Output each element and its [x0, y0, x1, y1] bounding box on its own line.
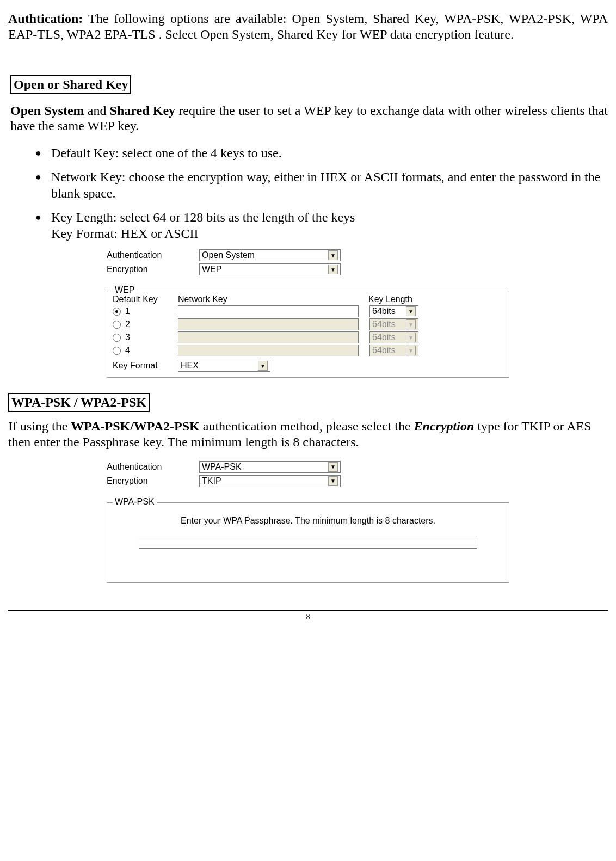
auth-label: Authentication — [107, 250, 199, 260]
dropdown-arrow-icon: ▼ — [406, 346, 416, 355]
bullet-text: Key Length: select 64 or 128 bits as the… — [51, 209, 608, 242]
bullet-item: ● Default Key: select one of the 4 keys … — [35, 145, 608, 161]
key-format-label: Key Format — [113, 361, 178, 371]
dropdown-arrow-icon: ▼ — [328, 462, 338, 472]
col-key-length: Key Length — [368, 294, 434, 304]
key-length-select-1[interactable]: 64bits ▼ — [369, 305, 418, 317]
shared-key-bold: Shared Key — [110, 103, 175, 118]
network-key-input-4[interactable] — [178, 345, 359, 356]
wpa-config-panel: Authentication WPA-PSK ▼ Encryption TKIP… — [107, 461, 509, 583]
wep-config-panel: Authentication Open System ▼ Encryption … — [107, 249, 509, 378]
wep-fieldset: WEP Default Key Network Key Key Length 1… — [107, 291, 509, 378]
page-number: 8 — [8, 613, 608, 622]
bullet-list: ● Default Key: select one of the 4 keys … — [35, 145, 608, 242]
wpa-hint-text: Enter your WPA Passphrase. The minimum l… — [113, 516, 503, 526]
wpa-legend: WPA-PSK — [113, 497, 157, 507]
wep-key-row: 1 64bits ▼ — [113, 305, 503, 317]
auth-select[interactable]: Open System ▼ — [199, 249, 341, 261]
dropdown-arrow-icon: ▼ — [406, 333, 416, 342]
bullet-icon: ● — [35, 147, 41, 159]
col-default-key: Default Key — [113, 294, 178, 304]
default-key-radio-4[interactable] — [113, 347, 121, 355]
intro-label: Authtication: — [8, 11, 83, 26]
key-length-select-4: 64bits ▼ — [369, 345, 418, 356]
dropdown-arrow-icon: ▼ — [328, 250, 338, 260]
wep-legend: WEP — [113, 285, 137, 295]
default-key-radio-3[interactable] — [113, 334, 121, 342]
encryption-select-value: TKIP — [202, 476, 221, 486]
bullet-icon: ● — [35, 171, 41, 183]
bullet-text: Default Key: select one of the 4 keys to… — [51, 145, 608, 161]
wpa-fieldset: WPA-PSK Enter your WPA Passphrase. The m… — [107, 502, 509, 583]
encryption-select[interactable]: TKIP ▼ — [199, 475, 341, 487]
key-length-select-2: 64bits ▼ — [369, 318, 418, 330]
network-key-input-1[interactable] — [178, 305, 359, 317]
key-num: 3 — [125, 333, 130, 342]
network-key-input-3[interactable] — [178, 331, 359, 343]
heading-wpa-psk: WPA-PSK / WPA2-PSK — [8, 393, 150, 412]
auth-select-value: WPA-PSK — [202, 462, 242, 472]
key-num: 4 — [125, 346, 130, 355]
encryption-label: Encryption — [107, 265, 199, 274]
open-system-bold: Open System — [10, 103, 84, 118]
default-key-radio-1[interactable] — [113, 308, 121, 316]
encryption-select-value: WEP — [202, 265, 221, 274]
dropdown-arrow-icon: ▼ — [406, 306, 416, 316]
dropdown-arrow-icon: ▼ — [328, 265, 338, 274]
auth-select[interactable]: WPA-PSK ▼ — [199, 461, 341, 473]
key-format-select[interactable]: HEX ▼ — [178, 360, 270, 372]
col-network-key: Network Key — [178, 294, 368, 304]
heading-open-shared: Open or Shared Key — [10, 75, 131, 94]
wpa-passphrase-input[interactable] — [139, 536, 477, 549]
bullet-item: ● Network Key: choose the encryption way… — [35, 169, 608, 201]
encryption-select[interactable]: WEP ▼ — [199, 263, 341, 275]
wep-key-row: 3 64bits ▼ — [113, 331, 503, 343]
intro-paragraph: Authtication: The following options are … — [8, 11, 608, 42]
wep-key-row: 2 64bits ▼ — [113, 318, 503, 330]
key-num: 1 — [125, 306, 130, 316]
encryption-italic: Encryption — [414, 419, 475, 433]
open-shared-paragraph: Open System and Shared Key require the u… — [10, 103, 608, 134]
key-length-select-3: 64bits ▼ — [369, 331, 418, 343]
auth-select-value: Open System — [202, 250, 255, 260]
key-num: 2 — [125, 319, 130, 329]
bullet-item: ● Key Length: select 64 or 128 bits as t… — [35, 209, 608, 242]
dropdown-arrow-icon: ▼ — [328, 476, 338, 486]
intro-text: The following options are available: Ope… — [8, 11, 608, 41]
auth-label: Authentication — [107, 462, 199, 472]
default-key-radio-2[interactable] — [113, 321, 121, 329]
bullet-icon: ● — [35, 212, 41, 223]
network-key-input-2[interactable] — [178, 318, 359, 330]
wpa-psk-bold: WPA-PSK/WPA2-PSK — [71, 419, 199, 433]
bullet-text: Network Key: choose the encryption way, … — [51, 169, 608, 201]
dropdown-arrow-icon: ▼ — [406, 319, 416, 329]
wep-key-row: 4 64bits ▼ — [113, 345, 503, 356]
encryption-label: Encryption — [107, 476, 199, 486]
wpa-psk-paragraph: If using the WPA-PSK/WPA2-PSK authentica… — [8, 419, 608, 450]
footer-rule — [8, 610, 608, 611]
dropdown-arrow-icon: ▼ — [258, 361, 268, 371]
